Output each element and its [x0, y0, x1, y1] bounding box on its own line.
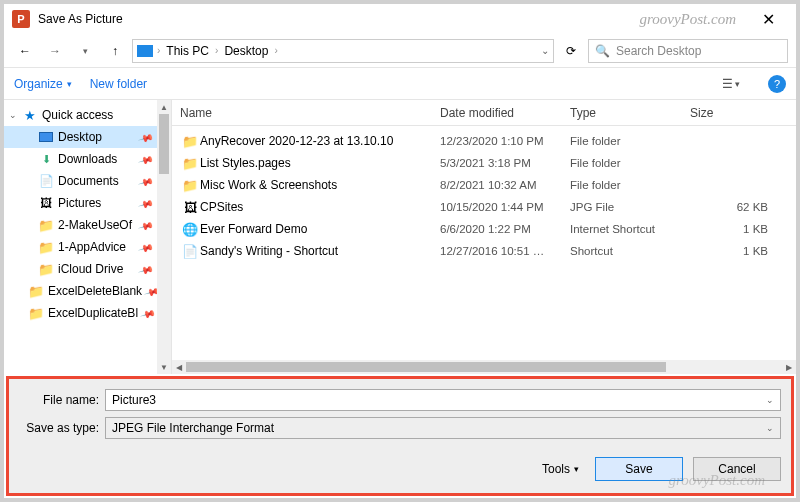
tree-item-label: ExcelDeleteBlank [48, 284, 142, 298]
file-name: List Styles.pages [200, 156, 440, 170]
dl-icon [38, 151, 54, 167]
history-dropdown[interactable]: ▾ [72, 38, 98, 64]
file-row[interactable]: 📁Misc Work & Screenshots8/2/2021 10:32 A… [172, 174, 796, 196]
file-name: AnyRecover 2020-12-23 at 13.10.10 [200, 134, 440, 148]
file-date: 6/6/2020 1:22 PM [440, 223, 570, 235]
folder-icon [28, 305, 44, 321]
tree-item-label: Desktop [58, 130, 102, 144]
tree-item-label: 2-MakeUseOf [58, 218, 132, 232]
file-name-input[interactable]: Picture3 ⌄ [105, 389, 781, 411]
tree-item[interactable]: iCloud Drive📌 [4, 258, 158, 280]
tree-item-label: Pictures [58, 196, 101, 210]
chevron-right-icon: › [157, 45, 160, 56]
address-bar[interactable]: › This PC › Desktop › ⌄ [132, 39, 554, 63]
file-row[interactable]: 📁AnyRecover 2020-12-23 at 13.10.1012/23/… [172, 130, 796, 152]
file-name-label: File name: [19, 393, 105, 407]
file-size: 1 KB [690, 223, 788, 235]
cancel-button[interactable]: Cancel [693, 457, 781, 481]
scroll-thumb[interactable] [159, 114, 169, 174]
main-area: ⌄ ★ Quick access Desktop📌Downloads📌Docum… [4, 100, 796, 374]
file-type: Internet Shortcut [570, 223, 690, 235]
file-type: File folder [570, 135, 690, 147]
chevron-right-icon: › [274, 45, 277, 56]
tree-item[interactable]: ExcelDuplicateBl📌 [4, 302, 158, 324]
save-type-label: Save as type: [19, 421, 105, 435]
tools-menu[interactable]: Tools ▾ [536, 462, 585, 476]
help-button[interactable]: ? [768, 75, 786, 93]
chevron-down-icon[interactable]: ⌄ [766, 395, 774, 405]
search-input[interactable]: 🔍 Search Desktop [588, 39, 788, 63]
toolbar: Organize ▾ New folder ☰▾ ? [4, 68, 796, 100]
star-icon: ★ [22, 107, 38, 123]
header-date[interactable]: Date modified [440, 106, 570, 120]
chevron-right-icon: › [215, 45, 218, 56]
new-folder-button[interactable]: New folder [90, 77, 147, 91]
sidebar-scrollbar[interactable]: ▲ ▼ [157, 100, 171, 374]
scroll-down-icon[interactable]: ▼ [157, 360, 171, 374]
monitor-icon [38, 129, 54, 145]
header-type[interactable]: Type [570, 106, 690, 120]
tree-item-label: iCloud Drive [58, 262, 123, 276]
breadcrumb-this-pc[interactable]: This PC [164, 44, 211, 58]
scroll-right-icon[interactable]: ▶ [782, 360, 796, 374]
save-button[interactable]: Save [595, 457, 683, 481]
file-size: 62 KB [690, 201, 788, 213]
pin-icon: 📌 [138, 151, 154, 167]
pin-icon: 📌 [138, 239, 154, 255]
title-bar: P Save As Picture groovyPost.com ✕ [4, 4, 796, 34]
window-title: Save As Picture [38, 12, 123, 26]
refresh-button[interactable]: ⟳ [558, 39, 584, 63]
tree-item[interactable]: ExcelDeleteBlank📌 [4, 280, 158, 302]
this-pc-icon [137, 45, 153, 57]
folder-icon [28, 283, 44, 299]
header-size[interactable]: Size [690, 106, 788, 120]
forward-button[interactable]: → [42, 38, 68, 64]
navigation-tree: ⌄ ★ Quick access Desktop📌Downloads📌Docum… [4, 100, 172, 374]
tree-item[interactable]: 2-MakeUseOf📌 [4, 214, 158, 236]
folder-icon [38, 217, 54, 233]
pin-icon: 📌 [144, 283, 158, 299]
tree-item[interactable]: 1-AppAdvice📌 [4, 236, 158, 258]
tree-quick-access[interactable]: ⌄ ★ Quick access [4, 104, 158, 126]
tree-item[interactable]: Pictures📌 [4, 192, 158, 214]
horizontal-scrollbar[interactable]: ◀ ▶ [172, 360, 796, 374]
pin-icon: 📌 [140, 305, 156, 321]
file-row[interactable]: 🖼CPSites10/15/2020 1:44 PMJPG File62 KB [172, 196, 796, 218]
file-row[interactable]: 📄Sandy's Writing - Shortcut12/27/2016 10… [172, 240, 796, 262]
file-row[interactable]: 📁List Styles.pages5/3/2021 3:18 PMFile f… [172, 152, 796, 174]
pin-icon: 📌 [138, 195, 154, 211]
chevron-down-icon: ▾ [574, 464, 579, 474]
file-type: JPG File [570, 201, 690, 213]
pin-icon: 📌 [138, 261, 154, 277]
save-type-select[interactable]: JPEG File Interchange Format ⌄ [105, 417, 781, 439]
search-icon: 🔍 [595, 44, 610, 58]
view-options-button[interactable]: ☰▾ [712, 73, 750, 95]
watermark-top: groovyPost.com [639, 11, 736, 28]
powerpoint-icon: P [12, 10, 30, 28]
scroll-left-icon[interactable]: ◀ [172, 360, 186, 374]
header-name[interactable]: Name [180, 106, 440, 120]
breadcrumb-desktop[interactable]: Desktop [222, 44, 270, 58]
file-icon: 📁 [180, 156, 200, 171]
up-button[interactable]: ↑ [102, 38, 128, 64]
organize-menu[interactable]: Organize ▾ [14, 77, 72, 91]
back-button[interactable]: ← [12, 38, 38, 64]
tree-item-label: Downloads [58, 152, 117, 166]
tree-item[interactable]: Desktop📌 [4, 126, 158, 148]
path-dropdown-icon[interactable]: ⌄ [541, 45, 549, 56]
close-button[interactable]: ✕ [748, 4, 788, 34]
file-type: File folder [570, 157, 690, 169]
nav-bar: ← → ▾ ↑ › This PC › Desktop › ⌄ ⟳ 🔍 Sear… [4, 34, 796, 68]
scroll-thumb[interactable] [186, 362, 666, 372]
tree-item[interactable]: Documents📌 [4, 170, 158, 192]
chevron-down-icon[interactable]: ⌄ [766, 423, 774, 433]
pin-icon: 📌 [138, 173, 154, 189]
save-panel: File name: Picture3 ⌄ Save as type: JPEG… [6, 376, 794, 496]
file-date: 5/3/2021 3:18 PM [440, 157, 570, 169]
file-list-pane: Name Date modified Type Size 📁AnyRecover… [172, 100, 796, 374]
file-row[interactable]: 🌐Ever Forward Demo6/6/2020 1:22 PMIntern… [172, 218, 796, 240]
scroll-up-icon[interactable]: ▲ [157, 100, 171, 114]
tree-item-label: Documents [58, 174, 119, 188]
expander-icon[interactable]: ⌄ [8, 110, 18, 120]
tree-item[interactable]: Downloads📌 [4, 148, 158, 170]
